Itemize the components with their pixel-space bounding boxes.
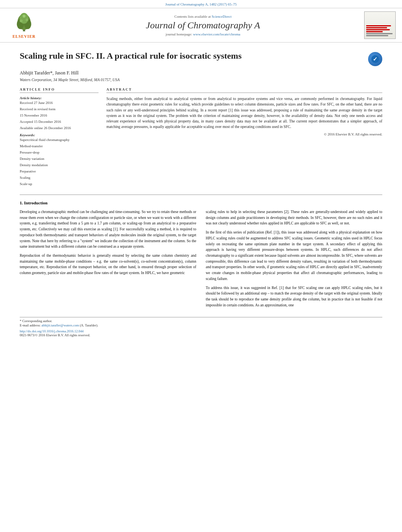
intro-col1-content: Developing a chromatographic method can … (20, 209, 196, 276)
intro-paragraph: In the first of this series of publicati… (206, 230, 382, 282)
elsevier-logo: ELSEVIER (6, 12, 42, 39)
sciencedirect-link[interactable]: ScienceDirect (212, 15, 231, 19)
main-content: Scaling rule in SFC. II. A practical rul… (0, 43, 402, 345)
intro-paragraph: Reproduction of the thermodynamic behavi… (20, 253, 196, 276)
authors: Abhijit Tarafder*, Jason F. Hill (20, 70, 382, 76)
email-link[interactable]: abhijit.tarafler@waters.com (41, 323, 79, 327)
journal-header: ELSEVIER Contents lists available at Sci… (0, 8, 402, 43)
elsevier-tree-icon (12, 12, 36, 33)
doi-line[interactable]: http://dx.doi.org/10.1016/j.chroma.2016.… (20, 329, 382, 333)
introduction-section: 1. Introduction Developing a chromatogra… (20, 200, 382, 311)
contents-available-line: Contents lists available at ScienceDirec… (42, 15, 364, 19)
section-divider (20, 195, 382, 195)
homepage-prefix: journal homepage: (166, 32, 192, 36)
article-title: Scaling rule in SFC. II. A practical rul… (20, 50, 363, 62)
intro-paragraph: scaling rules to help in selecting these… (206, 209, 382, 226)
crossmark-icon: ✓ (371, 55, 380, 63)
revised-date: 15 November 2016 (20, 113, 99, 117)
keywords-list: Supercritical fluid chromatographyMethod… (20, 138, 99, 186)
abstract-heading: ABSTRACT (106, 87, 382, 93)
svg-point-7 (22, 15, 25, 17)
keywords-section: Keywords: Supercritical fluid chromatogr… (20, 133, 99, 186)
abstract-column: ABSTRACT Scaling methods, either from an… (106, 87, 382, 188)
received-date: Received 27 June 2016 (20, 101, 99, 105)
svg-point-5 (20, 19, 22, 22)
revised-label: Received in revised form (20, 107, 99, 111)
keyword-item: Pressure-drop (20, 150, 99, 154)
footnote-section: * Corresponding author. E-mail address: … (20, 317, 382, 337)
copyright-line: © 2016 Elsevier B.V. All rights reserved… (106, 132, 382, 136)
abstract-text: Scaling methods, either from analytical … (106, 96, 382, 130)
journal-cover-image (364, 11, 396, 39)
author-names: Abhijit Tarafder*, Jason F. Hill (20, 70, 78, 76)
keyword-item: Density modulation (20, 163, 99, 167)
keyword-item: Method-transfer (20, 144, 99, 148)
elsevier-brand-text: ELSEVIER (13, 34, 36, 39)
article-title-section: Scaling rule in SFC. II. A practical rul… (20, 50, 382, 66)
corresponding-note: * Corresponding author. (20, 319, 382, 324)
keyword-item: Supercritical fluid chromatography (20, 138, 99, 142)
contents-prefix: Contents lists available at (175, 15, 211, 19)
journal-homepage: journal homepage: www.elsevier.com/locat… (42, 32, 364, 36)
available-date: Available online 26 December 2016 (20, 126, 99, 130)
keyword-item: Density variation (20, 157, 99, 161)
keywords-label: Keywords: (20, 133, 99, 137)
homepage-url[interactable]: www.elsevier.com/locate/chroma (193, 32, 240, 36)
journal-reference: Journal of Chromatography A, 1482 (2017)… (165, 2, 236, 6)
svg-text:✓: ✓ (373, 56, 378, 62)
svg-point-6 (26, 19, 28, 21)
intro-col2-content: scaling rules to help in selecting these… (206, 209, 382, 308)
introduction-body: Developing a chromatographic method can … (20, 209, 382, 311)
intro-paragraph: Developing a chromatographic method can … (20, 209, 196, 250)
intro-col-2: scaling rules to help in selecting these… (206, 209, 382, 311)
keyword-item: Scaling (20, 176, 99, 180)
accepted-date: Accepted 15 December 2016 (20, 120, 99, 124)
email-line: E-mail address: abhijit.tarafler@waters.… (20, 323, 382, 328)
introduction-heading: 1. Introduction (20, 200, 382, 205)
journal-reference-bar: Journal of Chromatography A, 1482 (2017)… (0, 0, 402, 8)
journal-title: Journal of Chromatography A (42, 20, 364, 31)
crossmark-badge: ✓ (368, 52, 382, 66)
history-label: Article history: (20, 96, 99, 100)
affiliation: Waters Corporation, 34 Maple Street, Mil… (20, 78, 382, 82)
article-info-column: ARTICLE INFO Article history: Received 2… (20, 87, 99, 188)
intro-col-1: Developing a chromatographic method can … (20, 209, 196, 311)
info-abstract-section: ARTICLE INFO Article history: Received 2… (20, 87, 382, 188)
keyword-item: Preparative (20, 169, 99, 173)
journal-center: Contents lists available at ScienceDirec… (42, 15, 364, 36)
article-info-heading: ARTICLE INFO (20, 87, 99, 93)
issn-line: 0021-9673/© 2016 Elsevier B.V. All right… (20, 333, 382, 337)
keyword-item: Scale-up (20, 182, 99, 186)
email-label: E-mail address: (20, 323, 41, 327)
intro-paragraph: To address this issue, it was suggested … (206, 285, 382, 308)
email-suffix: (A. Tarafder). (80, 323, 99, 327)
